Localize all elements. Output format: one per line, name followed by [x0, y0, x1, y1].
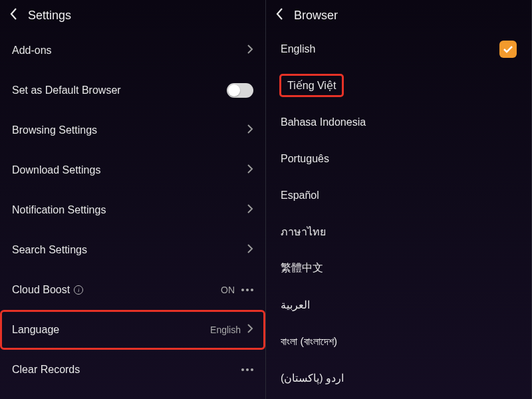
row-label: Add-ons: [12, 45, 52, 57]
settings-title: Settings: [28, 9, 71, 23]
settings-header: Settings: [0, 0, 265, 31]
row-label: Clear Records: [12, 364, 80, 376]
language-name: বাংলা (বাংলাদেশ): [281, 336, 337, 348]
row-label: Download Settings: [12, 164, 100, 176]
row-label: Search Settings: [12, 244, 87, 256]
settings-list: Add-ons Set as Default Browser Browsing …: [0, 31, 265, 399]
status-on: ON: [221, 285, 235, 295]
chevron-right-icon: [247, 244, 253, 256]
toggle-off-icon[interactable]: [227, 83, 253, 98]
language-name: Tiếng Việt: [281, 75, 342, 96]
settings-item-language[interactable]: Language English: [0, 310, 265, 350]
chevron-right-icon: [247, 124, 253, 136]
language-list: English Tiếng Việt Bahasa Indonesia Port…: [266, 31, 531, 399]
language-name: العربية: [281, 299, 310, 311]
row-label: Cloud Boost: [12, 284, 70, 296]
language-item-chinese-traditional[interactable]: 繁體中文: [266, 250, 531, 287]
back-icon[interactable]: [275, 7, 285, 23]
row-label: Language: [12, 324, 59, 336]
checkmark-icon: [499, 41, 517, 58]
back-icon[interactable]: [9, 7, 19, 23]
language-item-arabic[interactable]: العربية: [266, 287, 531, 323]
settings-item-browsing[interactable]: Browsing Settings: [0, 110, 265, 150]
info-icon[interactable]: i: [74, 285, 83, 295]
chevron-right-icon: [247, 204, 253, 216]
language-item-portuguese[interactable]: Português: [266, 140, 531, 177]
chevron-right-icon: [247, 324, 253, 336]
language-name: 繁體中文: [281, 261, 323, 275]
language-name: English: [281, 43, 315, 55]
settings-item-download[interactable]: Download Settings: [0, 150, 265, 190]
language-item-vietnamese[interactable]: Tiếng Việt: [266, 67, 531, 104]
language-item-thai[interactable]: ภาษาไทย: [266, 213, 531, 250]
more-icon[interactable]: [241, 368, 253, 371]
language-name: ภาษาไทย: [281, 223, 326, 240]
settings-pane: Settings Add-ons Set as Default Browser …: [0, 0, 266, 399]
settings-item-search[interactable]: Search Settings: [0, 230, 265, 270]
settings-item-notification[interactable]: Notification Settings: [0, 190, 265, 230]
language-pane: Browser English Tiếng Việt Bahasa Indone…: [266, 0, 532, 399]
language-name: اردو (پاکستان): [281, 372, 344, 384]
settings-item-default-browser[interactable]: Set as Default Browser: [0, 70, 265, 110]
settings-item-cloud-boost[interactable]: Cloud Boost i ON: [0, 270, 265, 310]
chevron-right-icon: [247, 164, 253, 176]
language-name: Bahasa Indonesia: [281, 116, 366, 128]
language-item-spanish[interactable]: Español: [266, 177, 531, 213]
language-item-urdu[interactable]: اردو (پاکستان): [266, 360, 531, 396]
language-header: Browser: [266, 0, 531, 31]
row-label: Set as Default Browser: [12, 84, 121, 96]
language-item-indonesian[interactable]: Bahasa Indonesia: [266, 104, 531, 140]
settings-item-clear-records[interactable]: Clear Records: [0, 350, 265, 390]
language-item-english[interactable]: English: [266, 31, 531, 67]
row-label: Notification Settings: [12, 204, 106, 216]
language-item-bengali[interactable]: বাংলা (বাংলাদেশ): [266, 323, 531, 360]
chevron-right-icon: [247, 45, 253, 57]
row-label: Browsing Settings: [12, 124, 97, 136]
language-name: Español: [281, 190, 319, 201]
language-title: Browser: [294, 9, 338, 23]
settings-item-addons[interactable]: Add-ons: [0, 31, 265, 70]
language-value: English: [210, 325, 241, 335]
language-name: Português: [281, 153, 329, 165]
more-icon[interactable]: [241, 289, 253, 291]
